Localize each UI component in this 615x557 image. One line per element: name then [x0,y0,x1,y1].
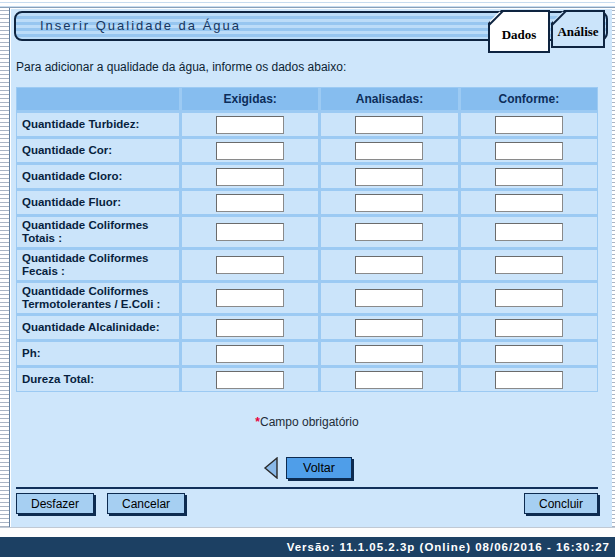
input-exigidas-row1[interactable] [216,116,284,134]
table-cell-exigidas [182,165,318,188]
input-exigidas-row10[interactable] [216,371,284,389]
input-analisadas-row5[interactable] [355,223,423,241]
version-statusbar: Versão: 11.1.05.2.3p (Online) 08/06/2016… [0,537,615,557]
action-buttons: Desfazer Cancelar Concluir [16,493,598,514]
input-conforme-row1[interactable] [495,116,563,134]
table-cell-exigidas [182,316,318,339]
table-cell-analisadas [321,283,457,313]
content-area: Inserir Qualidade da Água Dados Análise … [11,9,612,527]
table-cell-analisadas [321,191,457,214]
back-arrow-icon[interactable] [262,457,279,479]
divider-line [16,487,598,489]
required-note: *Campo obrigatório [11,415,603,429]
table-cell-exigidas [182,368,318,391]
input-analisadas-row4[interactable] [355,194,423,212]
input-analisadas-row9[interactable] [355,345,423,363]
input-conforme-row5[interactable] [495,223,563,241]
input-analisadas-row6[interactable] [355,256,423,274]
table-cell-conforme [461,217,597,247]
input-analisadas-row2[interactable] [355,142,423,160]
table-cell-analisadas [321,113,457,136]
table-cell-exigidas [182,113,318,136]
input-exigidas-row8[interactable] [216,319,284,337]
table-cell-exigidas [182,217,318,247]
input-exigidas-row9[interactable] [216,345,284,363]
table-cell-exigidas [182,191,318,214]
input-conforme-row9[interactable] [495,345,563,363]
row-label: Quantidade Coliformes Totais : [17,217,179,247]
table-cell-analisadas [321,342,457,365]
input-exigidas-row4[interactable] [216,194,284,212]
column-header-empty [17,88,179,110]
window-left-frame [0,8,10,527]
row-label: Quantidade Alcalinidade: [17,316,179,339]
tab-dados[interactable]: Dados [488,10,550,53]
table-cell-analisadas [321,368,457,391]
input-conforme-row8[interactable] [495,319,563,337]
table-cell-conforme [461,368,597,391]
input-analisadas-row3[interactable] [355,168,423,186]
tab-analise[interactable]: Análise [551,10,605,48]
table-cell-conforme [461,191,597,214]
input-conforme-row2[interactable] [495,142,563,160]
input-conforme-row6[interactable] [495,256,563,274]
concluir-button[interactable]: Concluir [524,493,598,514]
instruction-text: Para adicionar a qualidade da água, info… [16,60,346,74]
row-label: Quantidade Fluor: [17,191,179,214]
column-header-conforme: Conforme: [461,88,597,110]
cancelar-button[interactable]: Cancelar [107,493,185,514]
version-text: Versão: 11.1.05.2.3p (Online) 08/06/2016… [287,541,610,553]
row-label: Quantidade Turbidez: [17,113,179,136]
row-label: Ph: [17,342,179,365]
table-cell-conforme [461,113,597,136]
input-exigidas-row3[interactable] [216,168,284,186]
input-analisadas-row8[interactable] [355,319,423,337]
column-header-exigidas: Exigidas: [182,88,318,110]
input-exigidas-row7[interactable] [216,289,284,307]
app-window: Inserir Qualidade da Água Dados Análise … [0,0,615,557]
input-conforme-row3[interactable] [495,168,563,186]
table-cell-conforme [461,139,597,162]
table-cell-analisadas [321,139,457,162]
input-conforme-row4[interactable] [495,194,563,212]
desfazer-button[interactable]: Desfazer [16,493,94,514]
tab-dados-label: Dados [502,27,537,42]
table-cell-exigidas [182,250,318,280]
input-exigidas-row5[interactable] [216,223,284,241]
row-label: Quantidade Cor: [17,139,179,162]
window-bottom-frame [0,527,615,537]
row-label: Quantidade Cloro: [17,165,179,188]
table-cell-conforme [461,316,597,339]
row-label: Quantidade Coliformes Fecais : [17,250,179,280]
input-analisadas-row1[interactable] [355,116,423,134]
table-cell-conforme [461,250,597,280]
voltar-row: Voltar [11,457,603,479]
table-cell-conforme [461,342,597,365]
column-header-analisadas: Analisadas: [321,88,457,110]
water-quality-table: Exigidas: Analisadas: Conforme: Quantida… [16,87,598,392]
table-cell-conforme [461,165,597,188]
required-note-text: Campo obrigatório [260,415,359,429]
table-cell-analisadas [321,316,457,339]
table-cell-analisadas [321,217,457,247]
table-cell-analisadas [321,250,457,280]
voltar-button[interactable]: Voltar [286,457,352,479]
window-top-frame [0,0,615,8]
input-analisadas-row7[interactable] [355,289,423,307]
input-exigidas-row2[interactable] [216,142,284,160]
table-cell-exigidas [182,139,318,162]
table-cell-analisadas [321,165,457,188]
table-cell-exigidas [182,342,318,365]
row-label: Quantidade Coliformes Termotolerantes / … [17,283,179,313]
input-analisadas-row10[interactable] [355,371,423,389]
input-conforme-row10[interactable] [495,371,563,389]
input-conforme-row7[interactable] [495,289,563,307]
tab-analise-label: Análise [557,24,598,39]
table-cell-exigidas [182,283,318,313]
input-exigidas-row6[interactable] [216,256,284,274]
table-cell-conforme [461,283,597,313]
row-label: Dureza Total: [17,368,179,391]
